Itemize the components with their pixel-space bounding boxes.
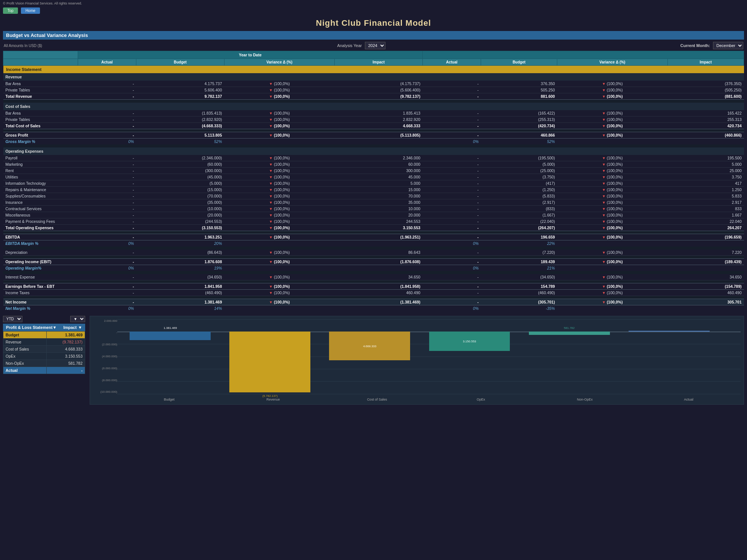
- pnl-actual-value: -: [47, 367, 85, 374]
- y-label-6: (8.000.000): [93, 379, 117, 382]
- pnl-nonopex-label: Non-OpEx: [3, 360, 47, 367]
- ba-ytd-arrow: ▼: [269, 82, 273, 86]
- ytd-budget-header: Budget: [136, 59, 224, 66]
- y-label-3: (2.000.000): [93, 343, 117, 346]
- pnl-revenue-row: Revenue (9.782.137): [3, 338, 85, 345]
- utilities-row: Utilities - (45.000) ▼ (100,0%) 45.000 -…: [3, 174, 744, 180]
- gross-margin-row: Gross Margin % 0% 52% 0% 52%: [3, 138, 744, 144]
- section-header: Budget vs Actual Variance Analysis: [3, 31, 744, 40]
- gross-profit-label: Gross Profit: [3, 132, 78, 138]
- col-label-header: [3, 51, 78, 59]
- chart-bar-opex: 3.150.553: [429, 332, 510, 351]
- ebitda-row: EBITDA - 1.963.251 ▼ (100,0%) (1.963.251…: [3, 234, 744, 240]
- bar-area-row: Bar Area - 4.175.737 ▼ (100,0%) (4.175.7…: [3, 81, 744, 87]
- ba-ytd-impact: (4.175.737): [335, 81, 423, 87]
- insurance-row: Insurance - (35.000) ▼ (100,0%) 35.000 -…: [3, 199, 744, 205]
- supplies-row: Supplies/Consumables - (70.000) ▼ (100,0…: [3, 193, 744, 199]
- ytd-impact-header: Impact: [335, 59, 423, 66]
- net-income-row: Net Income - 1.381.469 ▼ (100,0%) (1.381…: [3, 299, 744, 305]
- cm-actual-header: Actual: [422, 59, 481, 66]
- analysis-year-select[interactable]: 2024 2023: [365, 42, 385, 49]
- chart-bar-actual: [629, 331, 710, 332]
- ba-cm-actual: -: [422, 81, 481, 87]
- cos-bar-label: Bar Area: [3, 110, 78, 116]
- cm-group-header: [422, 51, 744, 59]
- pnl-budget-value: 1.381.469: [47, 331, 85, 338]
- private-tables-label: Private Tables: [3, 87, 78, 93]
- x-label-revenue: Revenue: [233, 398, 314, 401]
- pt-cm-actual: -: [422, 87, 481, 93]
- ba-cm-arrow: ▼: [602, 82, 606, 86]
- x-label-budget: Budget: [129, 398, 210, 401]
- ba-cm-var: (100,0%): [607, 81, 623, 86]
- y-label-5: (6.000.000): [93, 367, 117, 370]
- page-title: Night Club Financial Model: [0, 15, 747, 31]
- x-label-opex: OpEx: [440, 398, 521, 401]
- tr-cm-var: (100,0%): [607, 94, 623, 99]
- x-label-nonopex: Non-OpEx: [544, 398, 625, 401]
- pt-cm-var: (100,0%): [607, 88, 623, 92]
- ebitda-margin-row: EBITDA Margin % 0% 20% 0% 22%: [3, 240, 744, 246]
- tr-ytd-impact: (9.782.137): [335, 93, 423, 100]
- payroll-row: Payroll - (2.346.000) ▼ (100,0%) 2.346.0…: [3, 155, 744, 161]
- pt-ytd-actual: -: [78, 87, 136, 93]
- total-opex-row: Total Operating Expenses - (3.150.553) ▼…: [3, 224, 744, 231]
- tr-cm-actual: -: [422, 93, 481, 100]
- pnl-opex-value: 3.150.553: [47, 352, 85, 360]
- pnl-header-label: Profit & Loss Statement: [6, 325, 53, 330]
- home-button[interactable]: Home: [21, 7, 40, 14]
- gross-profit-row: Gross Profit - 5.113.805 ▼ (100,0%) (5.1…: [3, 132, 744, 138]
- copyright-text: © Profit Vision Financial Services. All …: [3, 1, 82, 5]
- pnl-cos-row: Cost of Sales 4.668.333: [3, 345, 85, 352]
- ytd-var-header: Variance Δ (%): [224, 59, 335, 66]
- ytd-header: Year to Date: [78, 51, 423, 59]
- net-margin-row: Net Margin % 0% 14% 0% -35%: [3, 305, 744, 311]
- payment-label: Payment & Processing Fees: [3, 218, 78, 224]
- cm-label: Current Month:: [681, 43, 710, 48]
- y-label-1: 2.000.000: [93, 319, 117, 323]
- it-label: Information Technology: [3, 180, 78, 186]
- pt-cm-budget: 505.250: [481, 87, 557, 93]
- chart-section: 2.000.000 - (2.000.000) (4.000.000) (6.0…: [90, 316, 744, 405]
- tr-cm-budget: 881.600: [481, 93, 557, 100]
- pnl-revenue-label: Revenue: [3, 338, 47, 345]
- y-label-2: -: [93, 331, 117, 334]
- pt-cm-impact: (505.250): [667, 87, 744, 93]
- revenue-section-label: Revenue: [3, 73, 744, 81]
- ytd-actual-header: Actual: [78, 59, 136, 66]
- pnl-nonopex-row: Non-OpEx 581.782: [3, 360, 85, 367]
- pnl-filter-icon[interactable]: ▼: [53, 325, 57, 330]
- gross-margin-label: Gross Margin %: [3, 138, 78, 144]
- x-label-cos: Cost of Sales: [337, 398, 418, 401]
- payment-row: Payment & Processing Fees - (244.553) ▼ …: [3, 218, 744, 224]
- cos-private-row: Private Tables - (2.832.920) ▼ (100,0%) …: [3, 116, 744, 122]
- pt-ytd-var: (100,0%): [274, 88, 290, 92]
- contractual-row: Contractual Services - (10.000) ▼ (100,0…: [3, 205, 744, 212]
- cos-bar-row: Bar Area - (1.835.413) ▼ (100,0%) 1.835.…: [3, 110, 744, 116]
- repairs-row: Repairs & Maintenance - (15.000) ▼ (100,…: [3, 186, 744, 193]
- ytd-period-select[interactable]: YTD MTD: [3, 316, 22, 322]
- x-label-actual: Actual: [648, 398, 729, 401]
- depreciation-row: Depreciation - (86.643) ▼ (100,0%) 86.64…: [3, 249, 744, 256]
- pnl-actual-label: Actual: [3, 367, 47, 374]
- month-select[interactable]: December November: [713, 42, 743, 49]
- pnl-cos-value: 4.668.333: [47, 345, 85, 352]
- ytd-filter-select[interactable]: ▼: [70, 316, 85, 322]
- pnl-impact-filter-icon[interactable]: ▼: [78, 325, 82, 330]
- opex-section-label: Operating Expenses: [3, 147, 744, 155]
- ebt-row: Earnings Before Tax - EBT - 1.841.958 ▼ …: [3, 283, 744, 289]
- pnl-opex-row: OpEx 3.150.553: [3, 352, 85, 360]
- total-revenue-label: Total Revenue: [3, 93, 78, 100]
- ba-cm-impact: (376.350): [667, 81, 744, 87]
- cm-var-header: Variance Δ (%): [557, 59, 668, 66]
- top-button[interactable]: Top: [3, 7, 18, 14]
- chart-bar-nonopex: 581.782: [529, 332, 610, 335]
- it-row: Information Technology - (5.000) ▼ (100,…: [3, 180, 744, 186]
- cos-section-label: Cost of Sales: [3, 103, 744, 110]
- analysis-year-label: Analysis Year: [337, 43, 362, 48]
- pnl-table-section: YTD MTD ▼ Profit & Loss Statement ▼ Impa…: [3, 316, 85, 405]
- pnl-nonopex-value: 581.782: [47, 360, 85, 367]
- pnl-actual-row: Actual -: [3, 367, 85, 374]
- chart-bar-revenue: (9.782.137): [229, 332, 310, 392]
- ba-ytd-var: (100,0%): [274, 81, 290, 86]
